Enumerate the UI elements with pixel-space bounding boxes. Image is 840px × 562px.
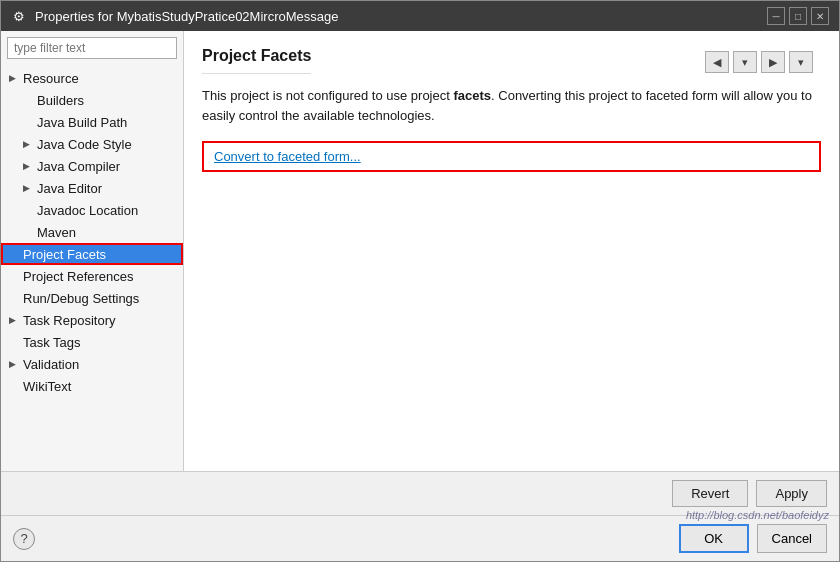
sidebar-item-label: Resource	[23, 71, 179, 86]
sidebar-item-label: Builders	[37, 93, 179, 108]
sidebar-item-label: Java Build Path	[37, 115, 179, 130]
desc-part1: This project is not configured to use pr…	[202, 88, 453, 103]
content-title: Project Facets	[202, 47, 311, 74]
sidebar-item-task-repository[interactable]: ▶Task Repository	[1, 309, 183, 331]
sidebar-item-label: Project References	[23, 269, 179, 284]
sidebar-item-label: Java Editor	[37, 181, 179, 196]
sidebar-item-resource[interactable]: ▶Resource	[1, 67, 183, 89]
sidebar-item-label: Run/Debug Settings	[23, 291, 179, 306]
sidebar-item-label: Java Code Style	[37, 137, 179, 152]
filter-input[interactable]	[7, 37, 177, 59]
apply-button[interactable]: Apply	[756, 480, 827, 507]
title-bar-controls: ─ □ ✕	[767, 7, 829, 25]
title-bar-left: ⚙ Properties for MybatisStudyPratice02Mi…	[11, 8, 338, 24]
main-area: ▶ResourceBuildersJava Build Path▶Java Co…	[1, 31, 839, 471]
minimize-button[interactable]: ─	[767, 7, 785, 25]
sidebar-item-task-tags[interactable]: Task Tags	[1, 331, 183, 353]
ok-cancel-area: OK Cancel	[679, 524, 827, 553]
properties-window: ⚙ Properties for MybatisStudyPratice02Mi…	[0, 0, 840, 562]
sidebar-item-java-build-path[interactable]: Java Build Path	[1, 111, 183, 133]
sidebar-item-java-compiler[interactable]: ▶Java Compiler	[1, 155, 183, 177]
sidebar-item-label: WikiText	[23, 379, 179, 394]
sidebar-item-label: Task Repository	[23, 313, 179, 328]
sidebar-item-label: Project Facets	[23, 247, 179, 262]
sidebar-item-run-debug-settings[interactable]: Run/Debug Settings	[1, 287, 183, 309]
sidebar-item-javadoc-location[interactable]: Javadoc Location	[1, 199, 183, 221]
arrow-icon: ▶	[9, 359, 23, 369]
arrow-icon: ▶	[23, 139, 37, 149]
sidebar-item-project-facets[interactable]: Project Facets	[1, 243, 183, 265]
convert-link[interactable]: Convert to faceted form...	[214, 149, 361, 164]
sidebar-item-validation[interactable]: ▶Validation	[1, 353, 183, 375]
sidebar-item-label: Javadoc Location	[37, 203, 179, 218]
sidebar-item-java-editor[interactable]: ▶Java Editor	[1, 177, 183, 199]
close-button[interactable]: ✕	[811, 7, 829, 25]
sidebar-item-label: Validation	[23, 357, 179, 372]
arrow-icon: ▶	[9, 73, 23, 83]
arrow-icon: ▶	[23, 183, 37, 193]
convert-link-box: Convert to faceted form...	[202, 141, 821, 172]
arrow-icon: ▶	[23, 161, 37, 171]
watermark: http://blog.csdn.net/baofeidyz	[686, 509, 829, 521]
window-icon: ⚙	[11, 8, 27, 24]
maximize-button[interactable]: □	[789, 7, 807, 25]
content-area: Project Facets ◀ ▾ ▶ ▾ This project is n…	[184, 31, 839, 471]
title-bar: ⚙ Properties for MybatisStudyPratice02Mi…	[1, 1, 839, 31]
window-title: Properties for MybatisStudyPratice02Mirc…	[35, 9, 338, 24]
tree-area: ▶ResourceBuildersJava Build Path▶Java Co…	[1, 65, 183, 471]
window-body: ▶ResourceBuildersJava Build Path▶Java Co…	[1, 31, 839, 561]
forward-button[interactable]: ▶	[761, 51, 785, 73]
desc-bold: facets	[453, 88, 491, 103]
help-button[interactable]: ?	[13, 528, 35, 550]
sidebar-item-builders[interactable]: Builders	[1, 89, 183, 111]
sidebar-item-project-references[interactable]: Project References	[1, 265, 183, 287]
sidebar-item-java-code-style[interactable]: ▶Java Code Style	[1, 133, 183, 155]
sidebar-item-label: Task Tags	[23, 335, 179, 350]
revert-button[interactable]: Revert	[672, 480, 748, 507]
forward-dropdown-button[interactable]: ▾	[789, 51, 813, 73]
sidebar-item-maven[interactable]: Maven	[1, 221, 183, 243]
back-dropdown-button[interactable]: ▾	[733, 51, 757, 73]
arrow-icon: ▶	[9, 315, 23, 325]
cancel-button[interactable]: Cancel	[757, 524, 827, 553]
ok-button[interactable]: OK	[679, 524, 749, 553]
content-description: This project is not configured to use pr…	[202, 86, 821, 125]
bottom-bar: ? OK Cancel	[1, 515, 839, 561]
sidebar-item-label: Maven	[37, 225, 179, 240]
nav-toolbar: ◀ ▾ ▶ ▾	[697, 47, 821, 77]
back-button[interactable]: ◀	[705, 51, 729, 73]
sidebar: ▶ResourceBuildersJava Build Path▶Java Co…	[1, 31, 184, 471]
sidebar-item-wikitext[interactable]: WikiText	[1, 375, 183, 397]
sidebar-item-label: Java Compiler	[37, 159, 179, 174]
